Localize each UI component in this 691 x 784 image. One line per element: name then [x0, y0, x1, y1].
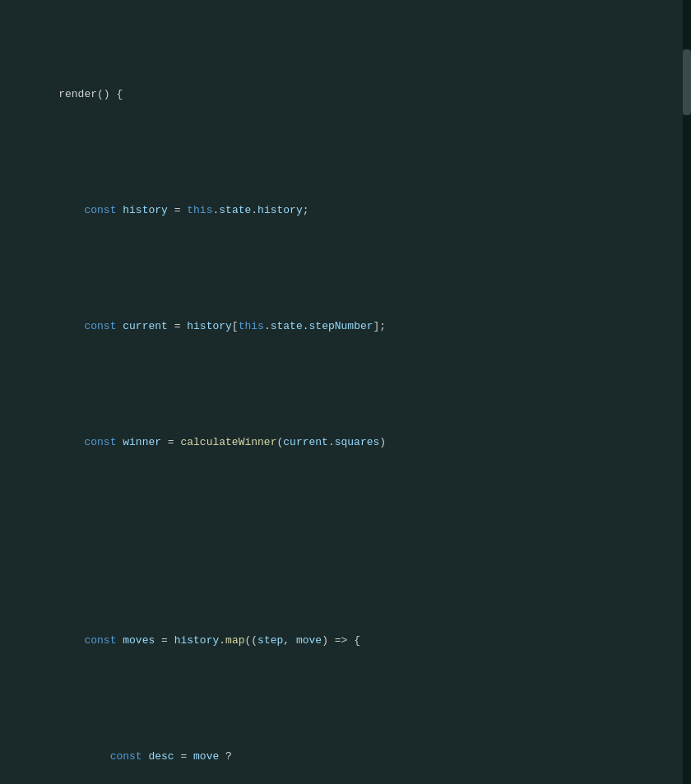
scrollbar-thumb[interactable]: [683, 49, 691, 115]
code-line: const winner = calculateWinner(current.s…: [0, 418, 691, 467]
code-line: const desc = move ?: [0, 732, 691, 782]
code-line: const moves = history.map((step, move) =…: [0, 616, 691, 666]
code-line-empty: [0, 534, 691, 550]
code-editor: render() { const history = this.state.hi…: [0, 0, 691, 784]
code-line: const history = this.state.history;: [0, 186, 691, 235]
code-line: const current = history[this.state.stepN…: [0, 302, 691, 351]
scrollbar[interactable]: [683, 0, 691, 784]
code-line: render() {: [0, 70, 691, 119]
